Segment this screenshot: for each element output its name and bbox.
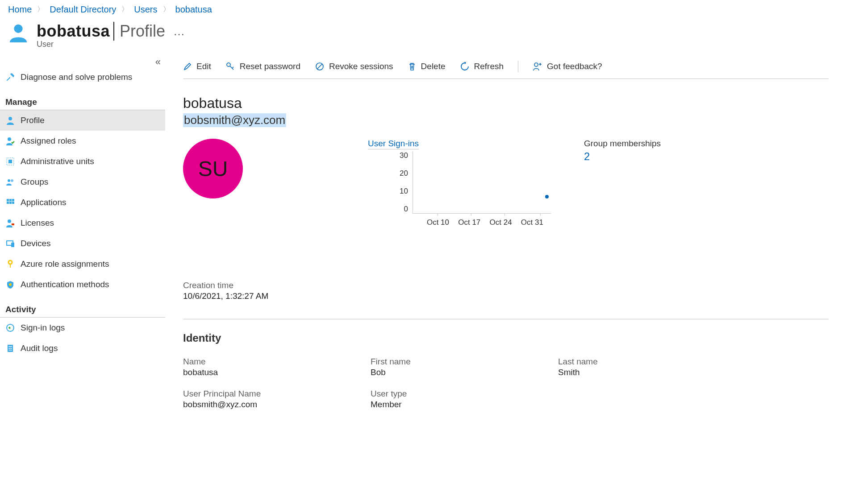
avatar-initials: SU (198, 157, 228, 181)
signin-icon (5, 323, 15, 333)
svg-rect-4 (8, 160, 12, 163)
field-label: Last name (558, 357, 746, 367)
identity-header: Identity (183, 332, 829, 344)
signins-link[interactable]: User Sign-ins (368, 139, 419, 149)
cmd-label: Reset password (240, 62, 300, 71)
avatar: SU (183, 139, 243, 198)
sidebar-item-audit-logs[interactable]: Audit logs (0, 338, 165, 359)
edit-button[interactable]: Edit (183, 62, 211, 71)
chevron-right-icon: 〉 (121, 5, 129, 14)
memberships-label: Group memberships (584, 139, 661, 149)
sidebar-item-label: Sign-in logs (21, 323, 65, 333)
feedback-button[interactable]: Got feedback? (533, 62, 602, 71)
field-label: User type (371, 389, 558, 399)
sidebar-item-label: Profile (21, 116, 45, 125)
sidebar-item-label: Applications (21, 198, 66, 207)
profile-heading: bobatusa bobsmith@xyz.com (183, 95, 829, 127)
reset-password-button[interactable]: Reset password (225, 62, 300, 71)
refresh-button[interactable]: Refresh (460, 62, 504, 71)
cmd-label: Edit (196, 62, 211, 71)
plot-area (413, 151, 551, 214)
sidebar-item-devices[interactable]: Devices (0, 233, 165, 254)
x-tick: Oct 17 (458, 218, 480, 227)
svg-point-6 (11, 179, 13, 182)
memberships-value[interactable]: 2 (584, 150, 590, 163)
svg-rect-12 (12, 202, 14, 204)
x-tick: Oct 31 (521, 218, 543, 227)
y-axis: 30 20 10 0 (368, 151, 408, 214)
sidebar-item-label: Groups (21, 177, 48, 187)
cmd-label: Revoke sessions (329, 62, 393, 71)
identity-first-name: First name Bob (371, 357, 558, 377)
devices-icon (5, 239, 15, 248)
revoke-sessions-button[interactable]: Revoke sessions (315, 62, 393, 71)
y-tick: 0 (404, 205, 408, 214)
sidebar-item-groups[interactable]: Groups (0, 172, 165, 192)
svg-point-17 (8, 260, 12, 264)
svg-rect-24 (8, 350, 12, 351)
wrench-icon (5, 72, 15, 82)
sidebar-item-auth-methods[interactable]: Authentication methods (0, 274, 165, 295)
sidebar-item-admin-units[interactable]: Administrative units (0, 151, 165, 172)
svg-rect-16 (11, 243, 14, 247)
breadcrumb-home[interactable]: Home (8, 4, 32, 15)
svg-rect-14 (12, 223, 14, 225)
sidebar-item-label: Authentication methods (21, 280, 109, 289)
x-tick: Oct 10 (427, 218, 449, 227)
sidebar-item-diagnose[interactable]: Diagnose and solve problems (0, 67, 165, 87)
svg-rect-11 (9, 202, 12, 204)
user-icon (8, 22, 29, 42)
cmd-label: Got feedback? (547, 62, 602, 71)
field-value: Smith (558, 368, 746, 377)
svg-rect-18 (10, 264, 11, 268)
y-tick: 30 (400, 151, 408, 160)
svg-point-28 (534, 63, 538, 66)
creation-value: 10/6/2021, 1:32:27 AM (183, 291, 829, 301)
creation-label: Creation time (183, 281, 829, 290)
field-label: User Principal Name (183, 389, 371, 399)
cmd-label: Delete (421, 62, 446, 71)
svg-point-0 (14, 25, 22, 33)
svg-point-13 (8, 219, 11, 223)
sidebar-item-label: Azure role assignments (21, 259, 109, 269)
sidebar-item-licenses[interactable]: Licenses (0, 213, 165, 233)
svg-rect-10 (7, 202, 9, 204)
svg-point-5 (8, 179, 10, 182)
identity-user-type: User type Member (371, 389, 558, 409)
sidebar-header-activity: Activity (0, 295, 165, 318)
key-icon (5, 259, 15, 269)
field-value: bobsmith@xyz.com (183, 400, 371, 409)
chevron-right-icon: 〉 (37, 5, 44, 14)
svg-rect-9 (12, 199, 14, 201)
sidebar-item-applications[interactable]: Applications (0, 192, 165, 213)
sidebar-item-azure-role[interactable]: Azure role assignments (0, 254, 165, 274)
sidebar-item-label: Audit logs (21, 343, 58, 353)
breadcrumb-directory[interactable]: Default Directory (50, 4, 116, 15)
data-point (545, 195, 549, 198)
refresh-icon (460, 62, 470, 71)
audit-logs-icon (5, 343, 15, 353)
edit-icon (183, 62, 192, 71)
person-check-icon (5, 136, 15, 146)
collapse-sidebar-button[interactable]: « (155, 56, 161, 68)
display-name: bobatusa (183, 95, 829, 112)
x-axis: Oct 10 Oct 17 Oct 24 Oct 31 (413, 218, 551, 227)
title-more-button[interactable]: … (173, 25, 185, 38)
chevron-right-icon: 〉 (163, 5, 170, 14)
license-icon (5, 218, 15, 228)
page-subtitle: User (37, 40, 185, 49)
person-icon (5, 116, 15, 125)
admin-units-icon (5, 157, 15, 166)
delete-button[interactable]: Delete (408, 62, 446, 71)
sidebar-item-signin-logs[interactable]: Sign-in logs (0, 318, 165, 338)
sidebar: « Diagnose and solve problems Manage Pro… (0, 54, 165, 500)
main-content: Edit Reset password Revoke sessions Dele… (165, 54, 842, 500)
block-icon (315, 62, 325, 71)
svg-point-1 (8, 117, 12, 120)
sidebar-item-assigned-roles[interactable]: Assigned roles (0, 131, 165, 151)
creation-time: Creation time 10/6/2021, 1:32:27 AM (183, 281, 829, 301)
identity-last-name: Last name Smith (558, 357, 746, 377)
sidebar-header-manage: Manage (0, 87, 165, 110)
breadcrumb-users[interactable]: Users (134, 4, 157, 15)
sidebar-item-profile[interactable]: Profile (0, 110, 165, 131)
